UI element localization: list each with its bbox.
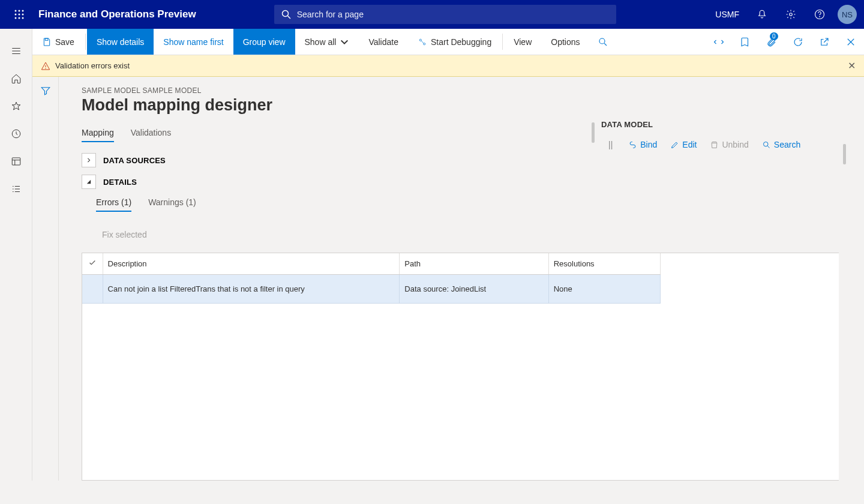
details-label: DETAILS xyxy=(103,178,137,187)
start-debugging-label: Start Debugging xyxy=(431,37,491,47)
show-name-first-button[interactable]: Show name first xyxy=(154,29,233,55)
cell-description: Can not join a list FilteredTrans that i… xyxy=(103,275,400,304)
details-tabs: Errors (1) Warnings (1) xyxy=(96,197,847,212)
search-label: Search xyxy=(774,140,800,149)
col-description[interactable]: Description xyxy=(103,253,400,275)
filter-icon[interactable] xyxy=(40,85,51,481)
book-icon[interactable] xyxy=(732,29,758,55)
svg-point-1 xyxy=(19,10,20,12)
svg-point-9 xyxy=(282,11,288,17)
breadcrumb: SAMPLE MODEL SAMPLE MODEL xyxy=(82,86,847,95)
select-all-checkbox[interactable] xyxy=(82,253,103,275)
tab-validations[interactable]: Validations xyxy=(131,128,171,142)
svg-point-7 xyxy=(19,17,20,19)
view-label: View xyxy=(514,37,532,47)
options-label: Options xyxy=(551,37,580,47)
help-icon[interactable] xyxy=(806,0,833,29)
find-icon[interactable] xyxy=(590,29,616,55)
attachments-icon[interactable]: 0 xyxy=(758,29,785,55)
edit-button[interactable]: Edit xyxy=(670,140,697,149)
show-all-button[interactable]: Show all xyxy=(295,29,359,55)
command-bar: Save Show details Show name first Group … xyxy=(32,29,864,55)
table-row[interactable]: Can not join a list FilteredTrans that i… xyxy=(82,275,661,304)
collapse-details-icon[interactable] xyxy=(82,175,96,189)
unbind-label: Unbind xyxy=(722,140,748,149)
svg-line-31 xyxy=(604,43,607,46)
start-debugging-button[interactable]: Start Debugging xyxy=(408,29,501,55)
cell-resolutions: None xyxy=(548,275,660,304)
chevron-down-icon xyxy=(340,37,349,47)
save-icon xyxy=(42,37,52,47)
row-checkbox[interactable] xyxy=(82,275,103,304)
debug-icon xyxy=(418,37,427,47)
tab-errors[interactable]: Errors (1) xyxy=(96,197,131,212)
show-details-label: Show details xyxy=(97,37,144,47)
svg-point-30 xyxy=(599,38,605,44)
svg-point-3 xyxy=(15,14,17,16)
recent-icon[interactable] xyxy=(2,120,31,148)
data-model-title: DATA MODEL xyxy=(601,120,847,129)
details-section: DETAILS xyxy=(82,175,847,189)
favorites-icon[interactable] xyxy=(2,92,31,120)
user-avatar[interactable]: NS xyxy=(838,5,857,24)
validate-label: Validate xyxy=(368,37,398,47)
save-label: Save xyxy=(55,37,74,47)
tab-mapping[interactable]: Mapping xyxy=(82,128,114,142)
options-button[interactable]: Options xyxy=(541,29,589,55)
svg-point-28 xyxy=(419,39,421,41)
left-rail xyxy=(0,29,32,481)
svg-line-37 xyxy=(767,146,769,148)
app-title: Finance and Operations Preview xyxy=(38,8,196,20)
fix-selected-button[interactable]: Fix selected xyxy=(102,230,847,239)
modules-icon[interactable] xyxy=(2,175,31,203)
show-details-button[interactable]: Show details xyxy=(87,29,154,55)
svg-rect-18 xyxy=(12,158,20,165)
attachment-count: 0 xyxy=(770,32,778,40)
app-launcher-icon[interactable] xyxy=(5,0,34,29)
svg-point-29 xyxy=(424,43,425,44)
validate-button[interactable]: Validate xyxy=(359,29,408,55)
svg-point-0 xyxy=(15,10,17,12)
resize-handle-icon[interactable] xyxy=(843,144,846,164)
errors-table: Description Path Resolutions Can not joi… xyxy=(82,253,661,304)
home-icon[interactable] xyxy=(2,65,31,92)
resize-handle-icon[interactable] xyxy=(592,122,595,143)
close-icon[interactable] xyxy=(838,29,864,55)
hamburger-icon[interactable] xyxy=(2,37,31,65)
search-box[interactable] xyxy=(274,5,616,24)
splitter-icon[interactable]: || xyxy=(608,140,613,149)
svg-point-2 xyxy=(22,10,24,12)
svg-rect-27 xyxy=(45,38,48,40)
warning-close-icon[interactable]: ✕ xyxy=(848,60,856,71)
svg-point-11 xyxy=(790,13,793,16)
col-resolutions[interactable]: Resolutions xyxy=(548,253,660,275)
col-path[interactable]: Path xyxy=(400,253,548,275)
svg-point-13 xyxy=(819,16,820,17)
save-button[interactable]: Save xyxy=(32,29,84,55)
tab-warnings[interactable]: Warnings (1) xyxy=(148,197,196,212)
search-input[interactable] xyxy=(297,10,609,19)
cell-path: Data source: JoinedList xyxy=(400,275,548,304)
refresh-icon[interactable] xyxy=(785,29,811,55)
svg-point-36 xyxy=(763,142,768,146)
svg-point-5 xyxy=(22,14,24,16)
company-picker[interactable]: USMF xyxy=(708,10,746,19)
bind-button[interactable]: Bind xyxy=(628,140,657,149)
view-button[interactable]: View xyxy=(504,29,541,55)
search-button[interactable]: Search xyxy=(762,140,800,149)
popout-icon[interactable] xyxy=(811,29,838,55)
svg-point-8 xyxy=(22,17,24,19)
notifications-icon[interactable] xyxy=(749,0,775,29)
validation-warning-bar: Validation errors exist ✕ xyxy=(32,55,864,77)
errors-table-wrap: Description Path Resolutions Can not joi… xyxy=(82,253,839,481)
search-icon xyxy=(281,10,291,19)
unbind-button: Unbind xyxy=(710,140,748,149)
svg-point-35 xyxy=(45,68,46,68)
filter-column xyxy=(32,77,59,481)
group-view-button[interactable]: Group view xyxy=(233,29,295,55)
warning-message: Validation errors exist xyxy=(55,61,130,70)
settings-icon[interactable] xyxy=(778,0,804,29)
workspaces-icon[interactable] xyxy=(2,148,31,175)
link-icon[interactable] xyxy=(706,29,732,55)
expand-data-sources-icon[interactable] xyxy=(82,153,96,167)
